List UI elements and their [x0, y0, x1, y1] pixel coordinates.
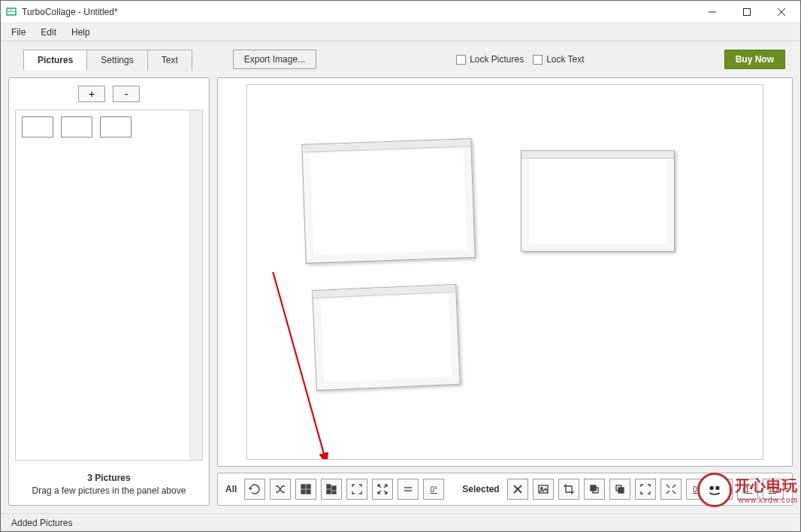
menu-help[interactable]: Help	[64, 26, 98, 39]
equalize-button[interactable]	[397, 479, 419, 500]
right-area: All 0° Selected 0° (1°	[217, 77, 793, 506]
collage-picture[interactable]	[521, 150, 676, 251]
thumbnail[interactable]	[61, 116, 92, 138]
grid-2x2-button[interactable]	[295, 479, 316, 500]
send-back-button[interactable]	[609, 479, 630, 500]
thumbnail[interactable]	[22, 116, 53, 138]
lock-text-label: Lock Text	[546, 54, 584, 65]
buy-now-button[interactable]: Buy Now	[724, 50, 785, 69]
delete-button[interactable]	[507, 479, 528, 500]
picture-count-label: 3 Pictures	[17, 473, 201, 483]
svg-rect-12	[307, 490, 310, 494]
menu-edit[interactable]: Edit	[33, 26, 64, 39]
fit-corners-button[interactable]	[346, 479, 367, 500]
svg-rect-11	[301, 490, 305, 494]
window-maximize-button[interactable]	[730, 1, 764, 23]
rotate-ccw-button[interactable]	[712, 479, 733, 500]
expand-button[interactable]	[372, 479, 393, 500]
svg-rect-14	[332, 486, 336, 490]
remove-picture-button[interactable]: -	[113, 86, 140, 102]
svg-rect-16	[332, 491, 336, 494]
collage-picture[interactable]	[312, 284, 461, 391]
svg-rect-3	[8, 12, 15, 14]
expand-selected-button[interactable]	[660, 479, 682, 500]
export-image-button[interactable]: Export Image...	[233, 50, 316, 69]
rotate-plus1-button[interactable]: 1°)	[763, 479, 784, 500]
svg-rect-10	[307, 485, 310, 488]
svg-rect-5	[744, 8, 751, 15]
svg-rect-15	[327, 490, 331, 494]
svg-rect-9	[301, 485, 305, 488]
all-label: All	[225, 484, 237, 494]
tab-text[interactable]: Text	[148, 50, 192, 71]
menubar: File Edit Help	[1, 23, 800, 41]
thumbnail[interactable]	[100, 116, 131, 138]
rotate-0-selected-button[interactable]: 0°	[686, 479, 707, 500]
window-close-button[interactable]	[764, 1, 799, 23]
picture-thumbnails[interactable]	[15, 110, 203, 461]
window-title: TurboCollage - Untitled*	[22, 7, 695, 17]
add-picture-button[interactable]: +	[78, 86, 105, 102]
rotate-0-button[interactable]: 0°	[423, 479, 444, 500]
checkbox-icon	[533, 55, 543, 65]
svg-rect-0	[6, 8, 17, 16]
svg-rect-13	[327, 485, 331, 488]
collage-canvas[interactable]	[246, 84, 763, 460]
status-text: Added Pictures	[11, 518, 72, 528]
crop-button[interactable]	[558, 479, 579, 500]
collage-picture[interactable]	[302, 138, 476, 264]
shuffle-button[interactable]	[270, 479, 291, 500]
refresh-button[interactable]	[244, 479, 265, 500]
pictures-panel: + - 3 Pictures Drag a few pictures in th…	[8, 77, 210, 506]
grid-offset-button[interactable]	[321, 479, 342, 500]
pictures-summary: 3 Pictures Drag a few pictures in the pa…	[9, 467, 209, 505]
titlebar: TurboCollage - Untitled*	[1, 1, 800, 23]
tab-settings[interactable]: Settings	[87, 50, 147, 71]
svg-rect-1	[8, 9, 11, 11]
annotation-arrow	[247, 85, 763, 459]
fit-selected-button[interactable]	[635, 479, 656, 500]
statusbar: Added Pictures	[1, 513, 800, 531]
checkbox-icon	[456, 55, 466, 65]
bottom-toolbar: All 0° Selected 0° (1°	[217, 473, 793, 506]
canvas-area[interactable]	[217, 77, 793, 467]
window-minimize-button[interactable]	[695, 1, 730, 23]
lock-pictures-label: Lock Pictures	[470, 54, 524, 65]
app-window: TurboCollage - Untitled* File Edit Help …	[0, 0, 801, 532]
left-tabs: Pictures Settings Text	[23, 49, 192, 70]
bring-front-button[interactable]	[584, 479, 605, 500]
svg-rect-2	[11, 9, 15, 11]
lock-pictures-checkbox[interactable]: Lock Pictures	[456, 54, 524, 65]
app-icon	[5, 6, 17, 18]
menu-file[interactable]: File	[4, 26, 33, 39]
top-toolbar: Pictures Settings Text Export Image... L…	[1, 41, 800, 77]
tab-pictures[interactable]: Pictures	[23, 50, 87, 71]
picture-hint: Drag a few pictures in the panel above	[17, 485, 201, 496]
lock-text-checkbox[interactable]: Lock Text	[533, 54, 584, 65]
svg-point-22	[541, 488, 543, 489]
image-button[interactable]	[533, 479, 554, 500]
selected-label: Selected	[462, 484, 499, 494]
body: + - 3 Pictures Drag a few pictures in th…	[1, 77, 800, 513]
rotate-minus1-button[interactable]: (1°	[737, 479, 758, 500]
